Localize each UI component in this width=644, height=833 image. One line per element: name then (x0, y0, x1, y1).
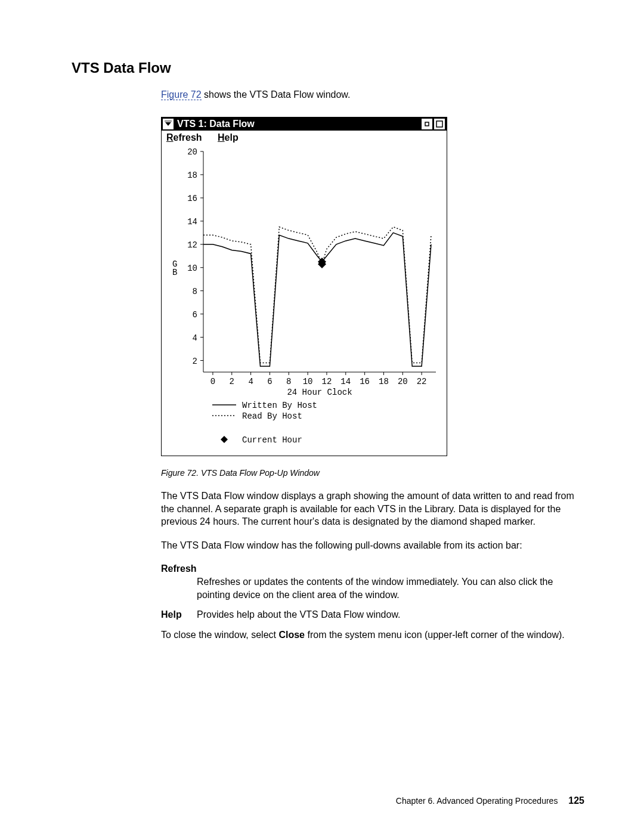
footer-chapter: Chapter 6. Advanced Operating Procedures (396, 796, 558, 806)
figure-reference-link[interactable]: Figure 72 (161, 89, 202, 100)
definition-refresh-text: Refreshes or updates the contents of the… (197, 575, 578, 601)
section-heading: VTS Data Flow (72, 60, 584, 76)
definition-help-label: Help (161, 608, 197, 621)
menu-help[interactable]: Help (218, 132, 239, 143)
svg-text:18: 18 (187, 171, 197, 180)
vts-dataflow-popup: VTS 1: Data Flow Refresh Help 2468101214… (161, 117, 447, 456)
definition-refresh: Refresh Refreshes or updates the content… (161, 562, 578, 601)
svg-text:6: 6 (193, 310, 197, 320)
svg-text:0: 0 (210, 377, 215, 386)
svg-rect-1 (425, 122, 429, 126)
svg-text:Current Hour: Current Hour (242, 435, 302, 445)
page-footer: Chapter 6. Advanced Operating Procedures… (396, 795, 584, 806)
svg-text:22: 22 (417, 377, 427, 386)
close-text-a: To close the window, select (161, 630, 278, 640)
window-title: VTS 1: Data Flow (177, 119, 422, 129)
intro-text: shows the VTS Data Flow window. (202, 89, 351, 100)
paragraph-close-instruction: To close the window, select Close from t… (161, 628, 578, 642)
svg-text:8: 8 (193, 287, 197, 296)
intro-paragraph: Figure 72 shows the VTS Data Flow window… (161, 89, 584, 100)
definition-help: Help Provides help about the VTS Data Fl… (161, 608, 578, 621)
svg-text:10: 10 (303, 377, 313, 386)
menu-refresh-rest: efresh (174, 132, 202, 143)
svg-text:10: 10 (187, 264, 197, 273)
svg-text:12: 12 (187, 240, 197, 250)
svg-text:6: 6 (267, 377, 272, 386)
svg-text:16: 16 (360, 377, 370, 386)
system-menu-icon[interactable] (163, 119, 174, 129)
svg-text:4: 4 (248, 377, 253, 386)
svg-text:2: 2 (193, 357, 197, 366)
restore-icon[interactable] (422, 119, 432, 129)
svg-text:14: 14 (340, 377, 351, 386)
close-text-c: from the system menu icon (upper-left co… (305, 630, 565, 640)
maximize-icon[interactable] (434, 119, 445, 129)
definition-help-text: Provides help about the VTS Data Flow wi… (197, 608, 401, 621)
svg-text:4: 4 (193, 333, 197, 343)
definition-refresh-label: Refresh (161, 562, 578, 575)
document-page: VTS Data Flow Figure 72 shows the VTS Da… (0, 0, 644, 833)
svg-text:20: 20 (187, 147, 197, 157)
paragraph-pulldowns-intro: The VTS Data Flow window has the followi… (161, 539, 578, 552)
svg-text:16: 16 (187, 194, 197, 203)
menu-help-rest: elp (225, 132, 239, 143)
close-text-bold: Close (278, 630, 305, 640)
svg-text:20: 20 (398, 377, 408, 386)
svg-text:B: B (172, 268, 177, 277)
menu-refresh[interactable]: Refresh (166, 132, 202, 143)
menu-bar: Refresh Help (162, 131, 447, 145)
svg-text:18: 18 (379, 377, 389, 386)
window-titlebar: VTS 1: Data Flow (162, 117, 447, 131)
svg-text:24 Hour Clock: 24 Hour Clock (287, 388, 352, 397)
svg-rect-2 (436, 121, 442, 127)
footer-page-number: 125 (568, 795, 584, 806)
svg-text:2: 2 (230, 377, 234, 386)
svg-text:Read By Host: Read By Host (242, 411, 302, 421)
paragraph-description: The VTS Data Flow window displays a grap… (161, 490, 578, 528)
svg-text:12: 12 (322, 377, 332, 386)
svg-text:Written By Host: Written By Host (242, 401, 317, 410)
figure-caption: Figure 72. VTS Data Flow Pop-Up Window (161, 468, 584, 478)
svg-text:14: 14 (187, 217, 197, 227)
svg-text:8: 8 (286, 377, 291, 386)
chart-area[interactable]: 2468101214161820GB024681012141618202224 … (162, 145, 447, 456)
